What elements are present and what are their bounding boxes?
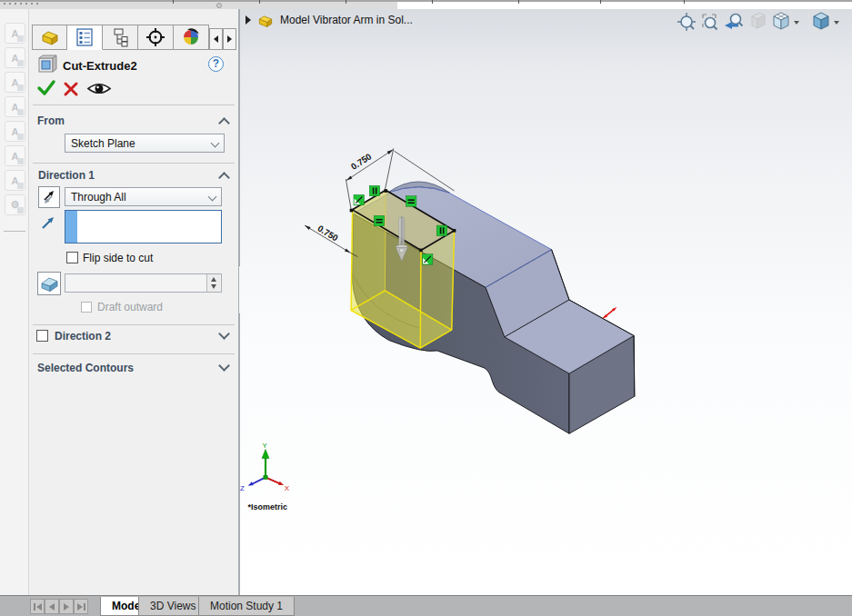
chevron-up-icon[interactable] xyxy=(218,117,230,129)
chevron-up-icon[interactable] xyxy=(218,172,230,184)
draft-outward-checkbox xyxy=(81,302,92,313)
chevron-down-icon[interactable] xyxy=(218,328,230,340)
tab-3d-views-label: 3D Views xyxy=(150,600,195,612)
help-icon[interactable]: ? xyxy=(208,56,224,72)
cut-extrude-icon xyxy=(37,55,57,75)
sketch-vertex[interactable] xyxy=(384,189,387,193)
relation-coincident-icon[interactable] xyxy=(354,194,364,204)
panel-splitter-grip[interactable] xyxy=(216,3,222,8)
property-manager-tabs xyxy=(32,25,236,50)
spinner-arrows[interactable] xyxy=(206,274,220,292)
draft-button[interactable] xyxy=(37,272,61,295)
tab-scroll-right-button[interactable] xyxy=(223,28,236,50)
annotation-toolbar: A A A A A A A ⚙ xyxy=(0,9,29,595)
configurationmanager-icon xyxy=(110,27,130,47)
displaymanager-icon xyxy=(181,27,201,47)
feature-title: Cut-Extrude2 xyxy=(63,59,137,73)
start-condition-value: Sketch Plane xyxy=(71,137,135,150)
chain-dimension-icon[interactable]: ⚙ xyxy=(5,194,25,215)
annotation-save-icon[interactable]: A xyxy=(5,145,25,166)
triad-z-label: Z xyxy=(240,484,245,492)
property-manager-panel: Cut-Extrude2 ? From Sketch Plane Directi… xyxy=(30,9,238,595)
annotation-add-icon[interactable]: A xyxy=(5,96,25,117)
toolbar-strip-edge xyxy=(0,0,852,2)
tab-scroll-left-button[interactable] xyxy=(209,28,223,50)
featuremanager-design-tree-tab[interactable] xyxy=(32,25,67,50)
sketch-vertex[interactable] xyxy=(350,209,354,213)
tab-motion-study-1[interactable]: Motion Study 1 xyxy=(198,597,295,616)
draft-outward-label: Draft outward xyxy=(97,301,163,313)
dimxpertmanager-tab[interactable] xyxy=(138,25,174,50)
triad-x-label: X xyxy=(285,484,290,492)
preview-eye-icon[interactable] xyxy=(86,81,112,96)
motion-study-bar: Model 3D Views Motion Study 1 xyxy=(0,595,852,616)
end-condition-dropdown[interactable]: Through All xyxy=(65,187,222,206)
reference-triad: Y X Z xyxy=(240,442,290,492)
spin-down-icon[interactable] xyxy=(211,284,216,289)
view-orientation-label: *Isometric xyxy=(248,502,287,512)
chevron-down-icon[interactable] xyxy=(218,360,230,372)
dimxpert-icon xyxy=(145,27,165,47)
dimension-depth[interactable]: 0.750 xyxy=(305,224,357,257)
annotation-area-icon[interactable]: A xyxy=(5,170,25,191)
start-condition-dropdown[interactable]: Sketch Plane xyxy=(65,134,225,153)
next-frame-button[interactable] xyxy=(59,599,74,614)
tab-motion-study-1-label: Motion Study 1 xyxy=(210,600,283,612)
direction2-checkbox[interactable] xyxy=(36,330,48,342)
relation-parallel-icon[interactable] xyxy=(369,185,379,195)
from-section-header[interactable]: From xyxy=(37,114,65,127)
annotation-new-icon[interactable]: A xyxy=(5,23,25,44)
relation-equal-icon[interactable] xyxy=(406,196,416,206)
triad-y-label: Y xyxy=(262,442,267,450)
go-to-end-button[interactable] xyxy=(74,599,88,614)
annotation-lock-icon[interactable]: A xyxy=(5,121,25,142)
direction2-section-header[interactable]: Direction 2 xyxy=(55,330,111,343)
go-to-start-button[interactable] xyxy=(30,599,45,614)
ok-button[interactable] xyxy=(35,78,57,98)
relation-equal-icon[interactable] xyxy=(374,215,384,225)
direction-arrow-icon xyxy=(40,214,56,231)
model-3d-scene[interactable]: 0.750 0.750 Y X Z * xyxy=(240,9,852,595)
reverse-direction-icon xyxy=(40,188,58,206)
chevron-down-icon xyxy=(211,139,220,148)
sketch-vertex[interactable] xyxy=(419,249,423,253)
reverse-direction-button[interactable] xyxy=(38,186,60,208)
chevron-down-icon xyxy=(208,193,217,202)
flip-side-to-cut-checkbox[interactable] xyxy=(66,252,78,263)
relation-parallel-icon[interactable] xyxy=(436,225,446,235)
annotation-move-icon[interactable]: A xyxy=(5,72,25,93)
direction-reference-selection-box[interactable] xyxy=(65,210,222,243)
tab-3d-views[interactable]: 3D Views xyxy=(138,597,207,616)
relation-coincident-icon[interactable] xyxy=(422,254,432,264)
sketch-vertex[interactable] xyxy=(453,229,456,233)
draft-angle-spinner[interactable] xyxy=(65,273,222,293)
dimension-depth-value: 0.750 xyxy=(316,224,339,243)
cancel-button[interactable] xyxy=(63,81,79,97)
direction1-section-header[interactable]: Direction 1 xyxy=(38,169,95,182)
edge-drag-arrows[interactable] xyxy=(603,307,617,319)
previous-frame-button[interactable] xyxy=(45,599,59,614)
propertymanager-icon xyxy=(75,27,95,47)
part-icon xyxy=(39,28,61,46)
selection-box-active-strip xyxy=(65,211,77,243)
graphics-area[interactable]: Model Vibrator Arm in Sol... xyxy=(240,9,852,595)
spin-up-icon[interactable] xyxy=(211,277,216,282)
selected-contours-section-header[interactable]: Selected Contours xyxy=(37,362,134,374)
flip-side-to-cut-label: Flip side to cut xyxy=(83,252,153,264)
propertymanager-tab[interactable] xyxy=(67,25,103,50)
displaymanager-tab[interactable] xyxy=(174,25,209,50)
annotation-edit-icon[interactable]: A xyxy=(5,47,25,68)
dimension-width-value: 0.750 xyxy=(349,151,373,171)
draft-icon xyxy=(40,275,59,293)
configurationmanager-tab[interactable] xyxy=(103,25,138,50)
top-toolbar-strip xyxy=(0,0,852,9)
end-condition-value: Through All xyxy=(71,191,126,204)
